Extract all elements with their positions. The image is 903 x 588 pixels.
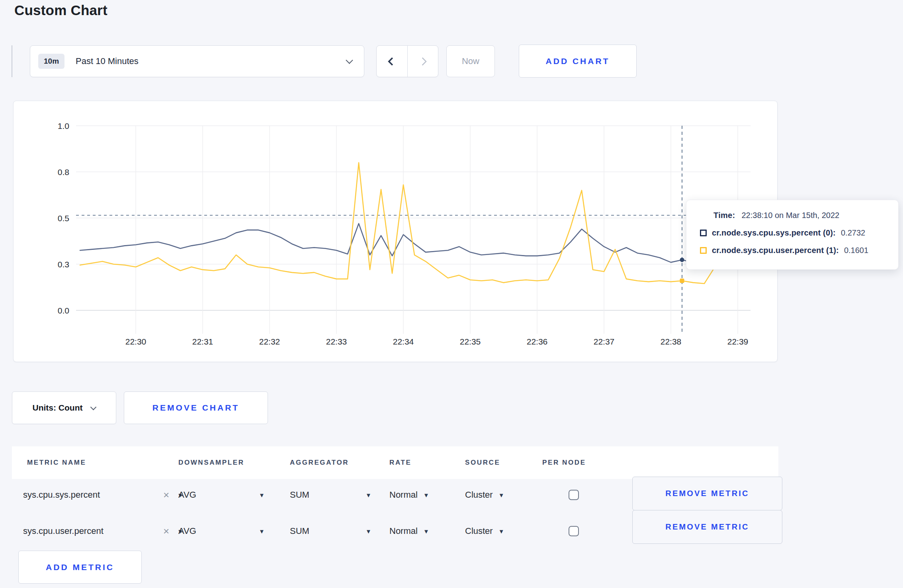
header-metric-name: METRIC NAME <box>27 459 86 467</box>
metric-name-value: sys.cpu.sys.percent <box>23 490 163 500</box>
y-axis-tick-label: 1.0 <box>58 121 69 130</box>
caret-down-icon[interactable]: ▼ <box>259 492 265 498</box>
caret-down-icon[interactable]: ▼ <box>366 492 371 498</box>
metric-name-select[interactable]: sys.cpu.sys.percent × ▼ <box>23 490 183 500</box>
series-line-cr.node.sys.cpu.sys.percent <box>80 224 738 262</box>
metric-row: sys.cpu.user.percent × ▼ AVG ▼ SUM ▼ Nor… <box>12 514 778 548</box>
chevron-down-icon <box>90 404 97 410</box>
caret-down-icon[interactable]: ▼ <box>366 528 371 535</box>
source-select[interactable]: Cluster ▼ <box>465 490 504 500</box>
add-metric-button[interactable]: ADD METRIC <box>18 551 142 584</box>
x-axis-tick-label: 22:32 <box>259 337 280 346</box>
hover-marker-sys <box>680 258 684 262</box>
chart-plot[interactable]: 0.00.30.50.81.022:3022:3122:3222:3322:34… <box>14 101 777 362</box>
chevron-right-icon <box>418 57 427 65</box>
toolbar-left-divider <box>12 45 12 77</box>
source-value: Cluster <box>465 490 493 500</box>
aggregator-select[interactable]: SUM <box>290 490 309 500</box>
metric-row: sys.cpu.sys.percent × ▼ AVG ▼ SUM ▼ Norm… <box>12 478 778 512</box>
hover-marker-user <box>680 278 684 283</box>
series-line-cr.node.sys.cpu.user.percent <box>80 163 738 284</box>
header-aggregator: AGGREGATOR <box>290 459 349 467</box>
time-range-label: Past 10 Minutes <box>76 56 139 66</box>
clear-metric-icon[interactable]: × <box>163 526 169 536</box>
y-axis-tick-label: 0.0 <box>58 306 69 315</box>
x-axis-tick-label: 22:31 <box>192 337 213 346</box>
downsampler-select[interactable]: AVG <box>178 526 196 536</box>
aggregator-value: SUM <box>290 526 309 536</box>
series-user-swatch-icon <box>700 247 707 254</box>
source-value: Cluster <box>465 526 493 536</box>
tooltip-entry: cr.node.sys.cpu.sys.percent (0): 0.2732 <box>700 228 886 238</box>
time-range-select[interactable]: 10m Past 10 Minutes <box>30 45 364 77</box>
remove-metric-button[interactable]: REMOVE METRIC <box>632 510 782 544</box>
per-node-checkbox-cell <box>569 526 579 536</box>
y-axis-tick-label: 0.8 <box>58 167 69 177</box>
x-axis-tick-label: 22:39 <box>727 337 749 346</box>
caret-down-icon: ▼ <box>423 492 429 498</box>
tooltip-series-name: cr.node.sys.cpu.user.percent (1): <box>712 246 839 255</box>
x-axis-tick-label: 22:35 <box>460 337 481 346</box>
rate-value: Normal <box>389 490 418 500</box>
rate-select[interactable]: Normal ▼ <box>389 490 429 500</box>
chevron-down-icon <box>346 56 353 64</box>
chart-card: 0.00.30.50.81.022:3022:3122:3222:3322:34… <box>13 101 778 362</box>
x-axis-tick-label: 22:37 <box>594 337 615 346</box>
tooltip-time-value: 22:38:10 on Mar 15th, 2022 <box>741 211 839 220</box>
rate-value: Normal <box>389 526 418 536</box>
per-node-checkbox[interactable] <box>569 526 579 536</box>
header-per-node: PER NODE <box>542 459 586 467</box>
clear-metric-icon[interactable]: × <box>163 490 169 500</box>
x-axis-tick-label: 22:33 <box>326 337 347 346</box>
aggregator-value: SUM <box>290 490 309 500</box>
metric-name-value: sys.cpu.user.percent <box>23 526 163 536</box>
header-rate: RATE <box>389 459 411 467</box>
caret-down-icon: ▼ <box>498 492 504 498</box>
now-button[interactable]: Now <box>446 45 495 77</box>
caret-down-icon[interactable]: ▼ <box>259 528 265 535</box>
x-axis-tick-label: 22:30 <box>125 337 147 346</box>
header-downsampler: DOWNSAMPLER <box>178 459 244 467</box>
source-select[interactable]: Cluster ▼ <box>465 526 504 536</box>
y-axis-tick-label: 0.3 <box>58 260 69 269</box>
downsampler-select[interactable]: AVG <box>178 490 196 500</box>
series-sys-swatch-icon <box>700 230 707 236</box>
units-select[interactable]: Units: Count <box>12 391 116 424</box>
prev-time-button[interactable] <box>377 46 407 77</box>
aggregator-select[interactable]: SUM <box>290 526 309 536</box>
tooltip-time-label: Time: <box>713 211 735 220</box>
x-axis-tick-label: 22:34 <box>393 337 414 346</box>
remove-chart-button[interactable]: REMOVE CHART <box>124 391 268 424</box>
page-title: Custom Chart <box>14 2 108 18</box>
x-axis-tick-label: 22:36 <box>527 337 548 346</box>
downsampler-value: AVG <box>178 490 196 500</box>
header-source: SOURCE <box>465 459 500 467</box>
downsampler-value: AVG <box>178 526 196 536</box>
add-chart-button[interactable]: ADD CHART <box>519 45 637 78</box>
per-node-checkbox[interactable] <box>569 490 579 500</box>
x-axis-tick-label: 22:38 <box>661 337 682 346</box>
metric-name-select[interactable]: sys.cpu.user.percent × ▼ <box>23 526 183 536</box>
remove-metric-button[interactable]: REMOVE METRIC <box>632 477 782 510</box>
chevron-left-icon <box>388 57 396 65</box>
caret-down-icon: ▼ <box>423 528 429 535</box>
rate-select[interactable]: Normal ▼ <box>389 526 429 536</box>
caret-down-icon: ▼ <box>498 528 504 535</box>
tooltip-series-value: 0.1601 <box>844 246 868 255</box>
next-time-button[interactable] <box>407 46 438 77</box>
tooltip-entry: cr.node.sys.cpu.user.percent (1): 0.1601 <box>700 246 886 255</box>
metrics-table-header: METRIC NAME DOWNSAMPLER AGGREGATOR RATE … <box>12 446 778 479</box>
time-nav-group <box>376 45 438 77</box>
tooltip-series-value: 0.2732 <box>841 228 865 238</box>
units-label: Units: Count <box>33 403 83 413</box>
y-axis-tick-label: 0.5 <box>58 214 69 223</box>
hover-tooltip: Time: 22:38:10 on Mar 15th, 2022 cr.node… <box>686 200 899 270</box>
per-node-checkbox-cell <box>569 490 579 500</box>
time-range-badge: 10m <box>38 54 64 69</box>
tooltip-time-row: Time: 22:38:10 on Mar 15th, 2022 <box>713 211 886 220</box>
tooltip-series-name: cr.node.sys.cpu.sys.percent (0): <box>712 228 836 238</box>
